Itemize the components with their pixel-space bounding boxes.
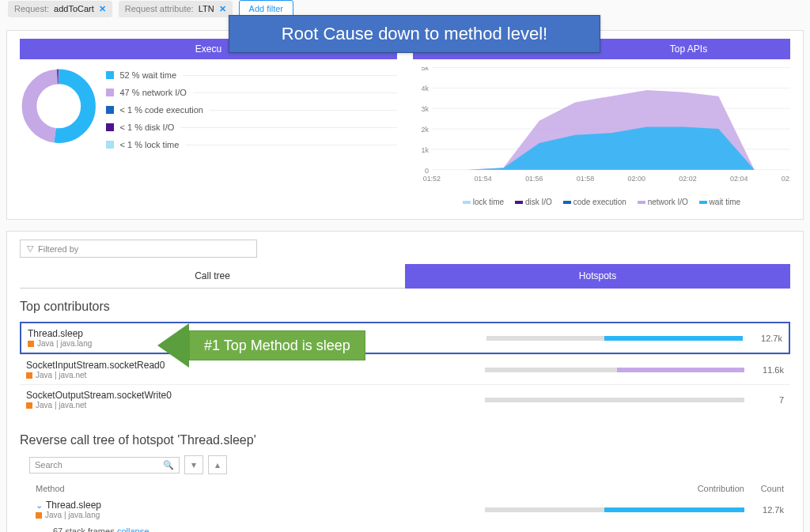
svg-point-5 [40,88,78,125]
count-value: 12.7k [751,334,782,343]
col-contribution: Contribution [494,484,752,493]
count-value: 12.7k [752,505,784,515]
legend-label: < 1 % lock time [120,140,180,149]
svg-text:5k: 5k [421,67,429,72]
contribution-bar [485,507,744,512]
chip-value: addToCart [54,4,94,13]
filter-icon: ▽ [27,243,33,254]
legend-label: < 1 % disk I/O [120,123,175,132]
contribution-bar [485,368,744,372]
top-contributors-heading: Top contributors [20,300,790,314]
chip-label: Request attribute: [125,4,194,13]
svg-text:02:06: 02:06 [782,175,790,183]
hotspot-panel: ▽ Filtered by Call tree Hotspots Top con… [6,231,804,532]
legend-disk: disk I/O [515,198,552,206]
annotation-text: #1 Top Method is sleep [204,338,350,354]
legend-wait: wait time [699,198,740,206]
svg-text:01:58: 01:58 [577,175,594,183]
svg-text:2k: 2k [421,126,429,134]
chevron-down-icon[interactable]: ⌄ [36,500,43,510]
contributor-row[interactable]: SocketInputStream.socketRead0Java | java… [20,354,790,384]
sort-button[interactable]: ▴ [208,455,227,474]
annotation-text: Root Cause down to method level! [282,24,547,43]
contributor-row[interactable]: Thread.sleepJava | java.lang12.7k [20,322,790,354]
legend-label: network I/O [648,198,688,206]
svg-text:01:54: 01:54 [474,175,491,183]
svg-text:01:56: 01:56 [525,175,543,183]
chip-value: LTN [199,4,214,13]
legend-item-network: 47 % network I/O [106,88,398,97]
legend-item-lock: < 1 % lock time [106,140,398,149]
tree-row[interactable]: ⌄Thread.sleepJava | java.lang12.7k [20,496,790,523]
stack-frames-label: 67 stack frames [53,526,115,532]
svg-text:02:04: 02:04 [730,175,748,183]
legend-lock: lock time [463,198,504,206]
method-meta: Java | java.lang [36,511,485,519]
chip-label: Request: [14,4,49,13]
legend-network: network I/O [638,198,688,206]
section-header-text: Execu [195,43,221,55]
tree-row[interactable]: 67 stack frames collapse [20,523,790,532]
search-placeholder: Search [35,460,62,470]
search-icon: 🔍 [163,460,174,470]
close-icon[interactable]: ✕ [219,4,226,14]
filter-chip-request-attr[interactable]: Request attribute: LTN ✕ [119,1,233,17]
svg-text:01:52: 01:52 [423,175,441,183]
filter-chip-request[interactable]: Request: addToCart ✕ [8,1,112,17]
legend-label: 47 % network I/O [120,88,187,97]
legend-label: < 1 % code execution [120,105,204,115]
svg-text:3k: 3k [421,105,429,113]
close-icon[interactable]: ✕ [99,4,106,14]
donut-legend: 52 % wait time 47 % network I/O < 1 % co… [106,67,398,206]
tab-hotspots[interactable]: Hotspots [405,264,790,289]
method-name: SocketOutputStream.socketWrite0 [26,390,485,401]
legend-item-wait: 52 % wait time [106,70,398,80]
reverse-tree-heading: Reverse call tree of hotspot 'Thread.sle… [20,433,790,447]
collapse-link[interactable]: collapse [117,526,149,532]
svg-text:02:02: 02:02 [679,175,696,183]
area-chart-legend: lock time disk I/O code execution networ… [413,198,790,206]
donut-chart [20,67,98,154]
legend-item-disk: < 1 % disk I/O [106,123,398,132]
area-chart-top-apis: 5k4k3k2k1k0 01:5201:5401:5601:5802:0002:… [413,67,790,206]
contribution-bar [486,336,743,341]
filter-input[interactable]: ▽ Filtered by [20,240,257,258]
contributor-row[interactable]: SocketOutputStream.socketWrite0Java | ja… [20,384,790,414]
method-name: Thread.sleep [46,500,101,511]
annotation-root-cause: Root Cause down to method level! [229,15,600,53]
legend-code: code execution [563,198,626,206]
tab-call-tree[interactable]: Call tree [20,264,405,289]
legend-label: 52 % wait time [120,70,177,80]
svg-text:4k: 4k [421,85,429,92]
svg-text:0: 0 [425,167,429,175]
execution-breakdown-panel: Root Cause down to method level! Execu T… [6,30,804,220]
method-meta: Java | java.net [26,371,485,379]
filter-placeholder: Filtered by [38,244,78,254]
svg-text:02:00: 02:00 [628,175,645,183]
search-input[interactable]: Search 🔍 [29,457,180,474]
legend-label: disk I/O [525,198,552,206]
contribution-bar [485,398,744,402]
count-value: 7 [752,395,784,405]
legend-item-code: < 1 % code execution [106,105,398,115]
legend-label: wait time [710,198,740,206]
legend-label: code execution [573,198,626,206]
method-meta: Java | java.net [26,401,485,409]
svg-text:1k: 1k [421,146,429,154]
annotation-top-method: #1 Top Method is sleep [157,323,365,368]
legend-label: lock time [473,198,504,206]
col-count: Count [752,484,784,493]
filter-button[interactable]: ▾ [184,455,203,474]
count-value: 11.6k [752,365,784,375]
col-method: Method [36,484,494,493]
